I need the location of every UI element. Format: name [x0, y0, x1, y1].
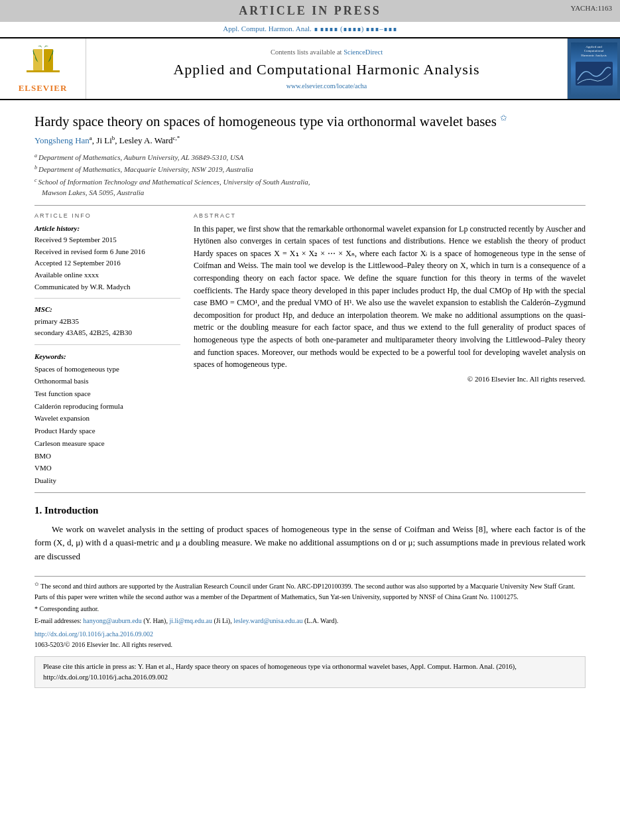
footnote-emails: E-mail addresses: hanyong@auburn.edu (Y.…: [34, 616, 586, 626]
divider-2: [34, 492, 586, 493]
keyword-10: Duality: [34, 474, 180, 487]
author3-text: , Lesley A. Ward: [115, 136, 172, 146]
two-column-section: ARTICLE INFO Article history: Received 9…: [34, 212, 586, 487]
received-date: Received 9 September 2015: [34, 234, 180, 246]
email-li[interactable]: ji.li@mq.edu.au: [169, 617, 212, 624]
introduction-paragraph: We work on wavelet analysis in the setti…: [34, 523, 586, 564]
keyword-2: Orthonormal basis: [34, 375, 180, 387]
journal-header: ELSEVIER Contents lists available at Sci…: [0, 37, 620, 100]
journal-citation: Appl. Comput. Harmon. Anal. ∎ ∎∎∎∎ (∎∎∎∎…: [0, 22, 620, 37]
section-title: Introduction: [44, 505, 98, 516]
journal-cover-box: Applied andComputationalHarmonic Analysi…: [567, 38, 620, 99]
keyword-4: Calderón reproducing formula: [34, 400, 180, 413]
email-ward[interactable]: lesley.ward@unisa.edu.au: [233, 617, 302, 624]
authors-line: Yongsheng Hana, Ji Lib, Lesley A. Wardc,…: [34, 135, 586, 146]
keywords-section: Keywords: Spaces of homogeneous type Ort…: [34, 350, 180, 487]
section-number: 1.: [34, 505, 42, 516]
title-star: ✩: [500, 113, 507, 123]
keyword-5: Wavelet expansion: [34, 412, 180, 425]
abstract-text: In this paper, we first show that the re…: [194, 223, 586, 371]
elsevier-label: ELSEVIER: [19, 83, 68, 94]
author3-sup: c,*: [172, 135, 180, 141]
msc-primary: primary 42B35: [34, 316, 180, 328]
revised-date: Received in revised form 6 June 2016: [34, 246, 180, 258]
article-in-press-banner: ARTICLE IN PRESS YACHA:1163: [0, 0, 620, 22]
journal-cover-title: Applied andComputationalHarmonic Analysi…: [581, 45, 606, 58]
article-title: Hardy space theory on spaces of homogene…: [34, 112, 586, 131]
keyword-9: VMO: [34, 462, 180, 474]
article-info-label: ARTICLE INFO: [34, 212, 180, 219]
keyword-6: Product Hardy space: [34, 425, 180, 437]
article-info-column: ARTICLE INFO Article history: Received 9…: [34, 212, 180, 487]
footnote-corresponding: * Corresponding author.: [34, 604, 586, 614]
history-label: Article history:: [34, 223, 180, 235]
elsevier-tree-icon: [20, 44, 66, 80]
communicated-by: Communicated by W.R. Madych: [34, 281, 180, 293]
available-date: Available online xxxx: [34, 269, 180, 281]
cover-graphic: [574, 60, 614, 87]
affiliation-a: a Department of Mathematics, Auburn Univ…: [34, 152, 586, 163]
keyword-8: BMO: [34, 450, 180, 462]
author2-text: , Ji Li: [92, 136, 112, 146]
accepted-date: Accepted 12 September 2016: [34, 257, 180, 269]
svg-rect-1: [33, 49, 42, 70]
keyword-3: Test function space: [34, 387, 180, 400]
msc-secondary: secondary 43A85, 42B25, 42B30: [34, 327, 180, 339]
copyright-line: © 2016 Elsevier Inc. All rights reserved…: [194, 375, 586, 383]
abstract-column: ABSTRACT In this paper, we first show th…: [194, 212, 586, 487]
footnotes-area: ✩ The second and third authors are suppo…: [34, 576, 586, 650]
contents-line: Contents lists available at ScienceDirec…: [271, 48, 383, 56]
article-history-box: Article history: Received 9 September 20…: [34, 223, 180, 299]
footnote-star-note: ✩ The second and third authors are suppo…: [34, 581, 586, 602]
affiliation-b: b Department of Mathematics, Macquarie U…: [34, 164, 586, 175]
journal-url[interactable]: www.elsevier.com/locate/acha: [286, 82, 367, 90]
journal-title-box: Contents lists available at ScienceDirec…: [86, 38, 567, 99]
svg-rect-3: [576, 62, 613, 86]
abstract-label: ABSTRACT: [194, 212, 586, 219]
msc-section: MSC: primary 42B35 secondary 43A85, 42B2…: [34, 304, 180, 345]
keywords-label: Keywords:: [34, 350, 180, 363]
banner-text: ARTICLE IN PRESS: [239, 4, 381, 17]
journal-citation-text: Appl. Comput. Harmon. Anal. ∎ ∎∎∎∎ (∎∎∎∎…: [223, 25, 397, 33]
footnote-doi: http://dx.doi.org/10.1016/j.acha.2016.09…: [34, 629, 586, 640]
author1-link[interactable]: Yongsheng Han: [34, 136, 90, 146]
footnote-issn: 1063-5203/© 2016 Elsevier Inc. All right…: [34, 640, 586, 650]
journal-cover-image: Applied andComputationalHarmonic Analysi…: [571, 42, 617, 96]
doi-link[interactable]: http://dx.doi.org/10.1016/j.acha.2016.09…: [34, 630, 153, 638]
email-han[interactable]: hanyong@auburn.edu: [83, 617, 141, 624]
elsevier-logo-box: ELSEVIER: [0, 38, 86, 99]
msc-label: MSC:: [34, 304, 180, 316]
svg-rect-2: [44, 49, 53, 70]
affiliations: a Department of Mathematics, Auburn Univ…: [34, 152, 586, 198]
svg-rect-0: [27, 70, 60, 72]
sciencedirect-link[interactable]: ScienceDirect: [343, 48, 383, 56]
keyword-1: Spaces of homogeneous type: [34, 363, 180, 376]
journal-name: Applied and Computational Harmonic Analy…: [173, 61, 479, 78]
divider-1: [34, 205, 586, 206]
keyword-7: Carleson measure space: [34, 437, 180, 450]
citation-box: Please cite this article in press as: Y.…: [34, 656, 586, 688]
introduction-heading: 1. Introduction: [34, 505, 586, 516]
main-content: Hardy space theory on spaces of homogene…: [0, 100, 620, 695]
affiliation-c: c School of Information Technology and M…: [34, 176, 586, 198]
article-id: YACHA:1163: [570, 4, 612, 12]
